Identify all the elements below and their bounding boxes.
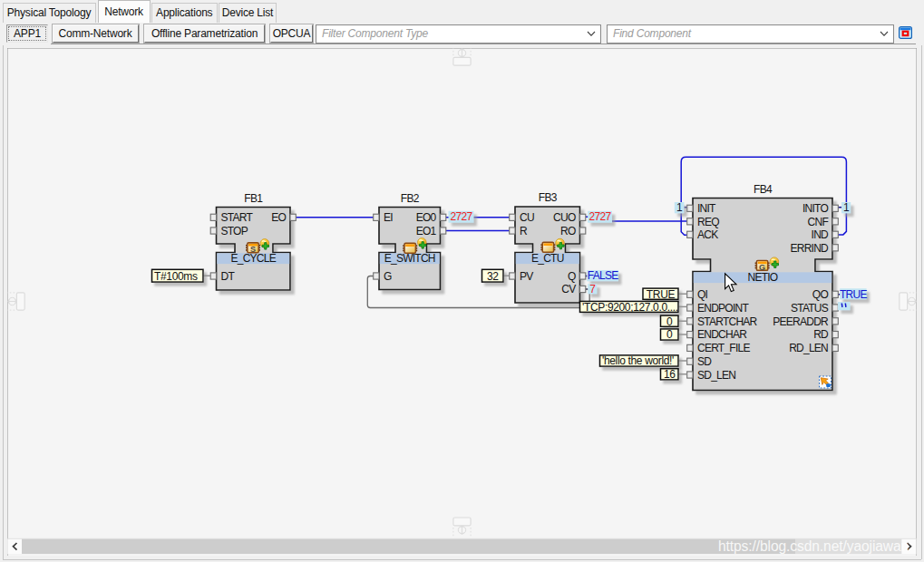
- svg-text:FB4: FB4: [754, 182, 773, 195]
- svg-text:SD_LEN: SD_LEN: [697, 368, 735, 381]
- svg-text:IND: IND: [812, 228, 830, 241]
- svg-text:SD: SD: [697, 354, 712, 367]
- svg-text:NETIO: NETIO: [748, 271, 778, 284]
- svg-text:G: G: [384, 269, 392, 282]
- svg-text:QO: QO: [812, 288, 829, 301]
- svg-text:TRUE: TRUE: [840, 287, 868, 300]
- svg-text:EO0: EO0: [416, 211, 437, 224]
- svg-text:CERT_FILE: CERT_FILE: [697, 342, 750, 354]
- svg-text:0: 0: [666, 328, 673, 341]
- svg-text:FALSE: FALSE: [588, 269, 619, 282]
- svg-text:RD: RD: [813, 328, 829, 341]
- svg-text:'hello the world!': 'hello the world!': [602, 354, 674, 367]
- svg-text:EO1: EO1: [416, 224, 437, 237]
- svg-text:STATUS: STATUS: [791, 301, 829, 314]
- svg-text:2727: 2727: [589, 210, 612, 223]
- svg-text:CV: CV: [561, 283, 576, 296]
- svg-text:7: 7: [589, 282, 596, 295]
- svg-text:INIT: INIT: [697, 202, 716, 215]
- svg-text:E_SWITCH: E_SWITCH: [384, 252, 435, 265]
- svg-text:T#100ms: T#100ms: [154, 269, 198, 282]
- svg-text:CUO: CUO: [553, 211, 576, 224]
- svg-text:ENDPOINT: ENDPOINT: [697, 301, 749, 314]
- svg-text:CNF: CNF: [808, 215, 829, 228]
- svg-text:EI: EI: [384, 211, 393, 224]
- svg-text:E_CYCLE: E_CYCLE: [231, 252, 277, 265]
- svg-text:START: START: [221, 211, 254, 224]
- svg-text:ACK: ACK: [697, 228, 718, 241]
- svg-text:FB2: FB2: [401, 191, 420, 204]
- svg-text:CU: CU: [520, 211, 534, 224]
- svg-text:https://blog.csdn.net/yaojiawa: https://blog.csdn.net/yaojiawan: [718, 538, 909, 554]
- svg-text:'TCP:9200;127.0.0....: 'TCP:9200;127.0.0....: [582, 300, 678, 313]
- svg-text:ENDCHAR: ENDCHAR: [697, 328, 747, 341]
- svg-text:FB1: FB1: [244, 191, 263, 204]
- svg-text:REQ: REQ: [697, 215, 719, 228]
- svg-text:Q: Q: [568, 269, 576, 282]
- svg-text:1: 1: [843, 201, 850, 214]
- svg-text:INITO: INITO: [802, 202, 828, 215]
- svg-text:TRUE: TRUE: [647, 287, 676, 300]
- svg-text:G: G: [759, 262, 765, 271]
- svg-text:0: 0: [666, 315, 673, 327]
- svg-text:32: 32: [487, 269, 499, 282]
- svg-text:PEERADDR: PEERADDR: [773, 315, 829, 327]
- svg-text:E_CTU: E_CTU: [531, 252, 564, 265]
- svg-text:ERRIND: ERRIND: [790, 241, 829, 254]
- svg-text:1: 1: [676, 201, 683, 214]
- svg-text:STOP: STOP: [221, 224, 248, 237]
- svg-text:PV: PV: [520, 269, 533, 282]
- svg-text:2727: 2727: [451, 210, 473, 223]
- svg-text:S: S: [250, 244, 256, 253]
- svg-text:QI: QI: [697, 288, 708, 301]
- svg-text:RO: RO: [560, 224, 576, 237]
- svg-text:EO: EO: [271, 211, 286, 224]
- svg-text:RD_LEN: RD_LEN: [789, 342, 828, 354]
- svg-text:16: 16: [664, 368, 676, 381]
- svg-text:DT: DT: [221, 269, 236, 282]
- svg-text:STARTCHAR: STARTCHAR: [697, 315, 758, 327]
- svg-text:R: R: [520, 224, 528, 237]
- svg-text:FB3: FB3: [539, 191, 558, 204]
